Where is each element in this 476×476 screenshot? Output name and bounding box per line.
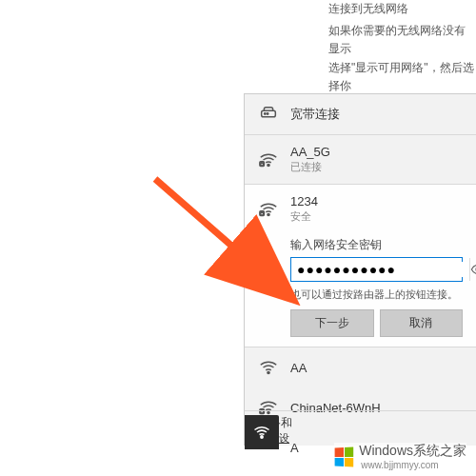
network-name: 宽带连接 [290, 106, 340, 123]
wps-hint: 也可以通过按路由器上的按钮连接。 [290, 288, 463, 302]
network-item-aa[interactable]: AA [245, 347, 476, 387]
network-item-aa5g[interactable]: AA_5G 已连接 [245, 134, 476, 184]
watermark: Windows系统之家 www.bjjmmyy.com [334, 443, 466, 470]
dialup-icon [258, 104, 279, 125]
network-name: AA_5G [290, 145, 330, 159]
broadband-item[interactable]: 宽带连接 [245, 94, 476, 134]
network-item-1234-expanded: 1234 安全 输入网络安全密钥 也可以通过按路由器上的按钮连接。 下一步 取消 [245, 184, 476, 347]
svg-point-1 [265, 113, 266, 114]
svg-point-2 [267, 113, 268, 114]
password-label: 输入网络安全密钥 [290, 237, 463, 253]
password-input-wrap [290, 257, 463, 282]
panel-footer: 网络和 网络设 [245, 410, 476, 446]
help-line: 如果你需要的无线网络没有显示 [328, 22, 476, 58]
svg-point-3 [268, 164, 269, 166]
network-name: AA [290, 361, 307, 375]
network-name: 1234 [290, 194, 318, 208]
help-title: 连接到无线网络 [328, 0, 476, 18]
network-status: 安全 [290, 209, 318, 224]
watermark-url: www.bjjmmyy.com [361, 460, 466, 470]
reveal-password-icon[interactable] [469, 258, 476, 281]
windows-logo-icon [335, 446, 354, 466]
network-item-1234[interactable]: 1234 安全 [245, 185, 476, 233]
wifi-secure-icon [258, 149, 279, 170]
network-and-label: 网络和 [258, 415, 463, 431]
watermark-text: Windows系统之家 [359, 443, 466, 460]
wifi-open-icon [258, 357, 279, 378]
next-button[interactable]: 下一步 [290, 309, 374, 337]
wifi-flyout-panel: 宽带连接 AA_5G 已连接 [244, 93, 476, 446]
wifi-secure-icon [258, 199, 279, 220]
network-status: 已连接 [290, 160, 330, 174]
svg-point-10 [268, 371, 269, 373]
svg-point-14 [261, 436, 263, 438]
password-input[interactable] [291, 262, 469, 277]
help-line: 选择"显示可用网络"，然后选择你 [328, 59, 476, 95]
cancel-button[interactable]: 取消 [380, 309, 464, 337]
svg-point-6 [268, 213, 269, 215]
button-row: 下一步 取消 [245, 309, 476, 347]
taskbar-wifi-icon[interactable] [245, 415, 279, 449]
